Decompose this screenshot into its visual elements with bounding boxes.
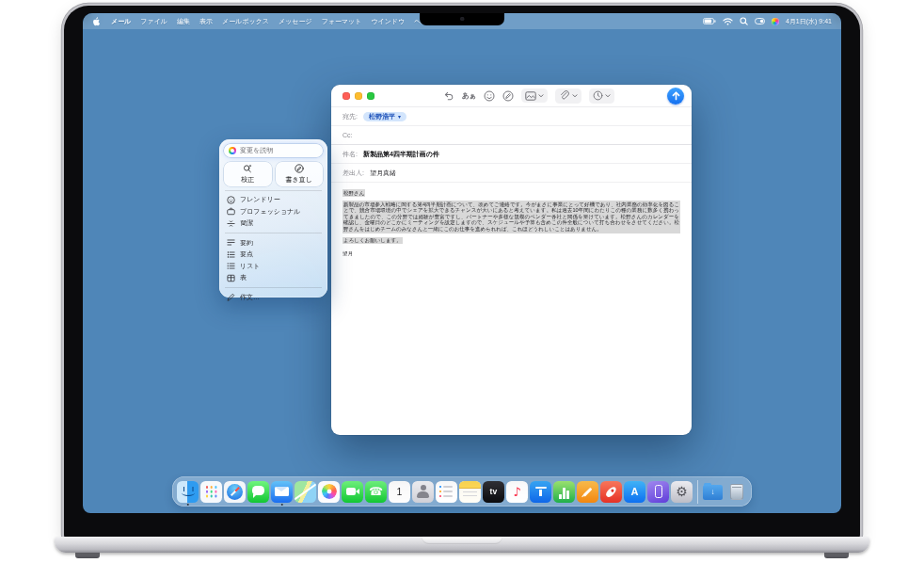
divider (225, 233, 322, 233)
rewrite-label: 書き直し (286, 175, 312, 185)
camera-icon (460, 17, 464, 21)
dock-safari[interactable] (224, 481, 246, 503)
table-label: 表 (240, 273, 247, 282)
cc-label: Cc: (343, 132, 353, 138)
format-button[interactable]: あぁ (462, 91, 476, 101)
tone-professional-label: プロフェッショナル (240, 207, 300, 217)
dock-app-store[interactable] (624, 481, 645, 503)
menu-format[interactable]: フォーマット (322, 17, 362, 26)
dock-iphone-mirroring[interactable] (647, 481, 669, 503)
summary-item[interactable]: 要約 (224, 237, 323, 249)
table-item[interactable]: 表 (224, 272, 323, 284)
schedule-send-button[interactable] (589, 88, 615, 104)
from-field[interactable]: 差出人: 望月真緒 (331, 164, 692, 183)
dock-numbers[interactable] (553, 481, 575, 503)
dock-launchpad[interactable] (200, 481, 222, 503)
display-notch (420, 13, 504, 25)
dock-separator (697, 480, 698, 504)
to-label: 宛先: (343, 112, 358, 121)
tone-concise-item[interactable]: 簡潔 (224, 217, 323, 230)
divider (225, 287, 322, 288)
siri-icon[interactable] (772, 18, 779, 25)
body-greeting: 松野さん (343, 189, 365, 197)
describe-change-placeholder: 変更を説明 (240, 146, 273, 155)
menu-edit[interactable]: 編集 (177, 17, 190, 26)
key-points-label: 要点 (240, 249, 253, 259)
dock-apple-tv[interactable] (483, 481, 504, 503)
dock-phone[interactable] (365, 481, 387, 503)
dock-pages[interactable] (577, 481, 598, 503)
key-points-item[interactable]: 要点 (224, 249, 323, 261)
divider (225, 190, 322, 191)
minimize-button[interactable] (355, 92, 362, 100)
tone-professional-item[interactable]: プロフェッショナル (224, 206, 323, 218)
dock-mail[interactable] (271, 481, 293, 503)
dock-finder[interactable] (177, 481, 199, 503)
from-label: 差出人: (343, 169, 364, 178)
menu-bar-clock[interactable]: 4月1日(水) 9:41 (786, 17, 832, 26)
tone-concise-label: 簡潔 (240, 218, 253, 228)
control-center-icon[interactable] (755, 18, 765, 24)
body-signature: 望月 (343, 250, 680, 257)
menu-file[interactable]: ファイル (140, 17, 167, 26)
dock-facetime[interactable] (342, 481, 363, 503)
calendar-day: 1 (397, 487, 403, 497)
attachment-button[interactable] (555, 88, 581, 104)
compose-toolbar: あぁ (444, 88, 614, 104)
subject-field[interactable]: 件名: 新製品第4四半期計画の件 (331, 145, 692, 164)
send-button[interactable] (667, 88, 684, 105)
spotlight-search-icon[interactable] (740, 17, 748, 25)
body-closing: よろしくお願いします。 (343, 237, 403, 245)
undo-button[interactable] (444, 91, 454, 101)
wifi-icon[interactable] (723, 18, 733, 25)
to-field[interactable]: 宛先: 松野浩平 ▾ (331, 107, 692, 126)
chevron-down-icon: ▾ (398, 114, 401, 120)
close-button[interactable] (343, 92, 350, 100)
compose-item[interactable]: 作文… (224, 292, 323, 304)
dock-system-settings[interactable] (671, 481, 693, 503)
menu-mail[interactable]: メール (111, 17, 131, 26)
writing-tools-button[interactable] (502, 90, 514, 102)
lid-lift-notch (422, 537, 502, 544)
dock-contacts[interactable] (412, 481, 434, 503)
message-body-editor[interactable]: 松野さん 新製品の市場参入戦略に関する第4四半期計画について、改めてご連絡です。… (331, 183, 692, 264)
menu-bar-menus: メール ファイル 編集 表示 メールボックス メッセージ フォーマット ウインド… (92, 17, 435, 26)
describe-change-field[interactable]: 変更を説明 (224, 144, 323, 157)
zoom-button[interactable] (367, 92, 374, 100)
menu-message[interactable]: メッセージ (279, 17, 312, 26)
battery-icon[interactable] (703, 18, 716, 24)
macos-desktop: メール ファイル 編集 表示 メールボックス メッセージ フォーマット ウインド… (83, 13, 841, 513)
dock-music[interactable] (506, 481, 528, 503)
dock-maps[interactable] (295, 481, 316, 503)
recipient-token[interactable]: 松野浩平 ▾ (363, 112, 406, 121)
dock-rocket-app[interactable] (600, 481, 622, 503)
dock-notes[interactable] (459, 481, 481, 503)
proofread-button[interactable]: 校正 (224, 162, 272, 186)
from-value: 望月真緒 (370, 169, 396, 178)
summary-label: 要約 (240, 238, 253, 248)
menu-window[interactable]: ウインドウ (371, 17, 405, 26)
dock-trash[interactable] (725, 481, 747, 503)
compose-label: 作文… (240, 293, 260, 302)
window-titlebar[interactable]: あぁ (331, 85, 692, 107)
rewrite-button[interactable]: 書き直し (276, 162, 324, 186)
recipient-name: 松野浩平 (369, 113, 395, 120)
menu-mailbox[interactable]: メールボックス (222, 17, 269, 26)
dock-downloads-folder[interactable] (702, 481, 724, 503)
mail-compose-window: あぁ (331, 85, 692, 435)
apple-menu-icon[interactable] (92, 17, 100, 26)
photo-browser-button[interactable] (521, 88, 549, 103)
tone-friendly-item[interactable]: フレンドリー (224, 194, 323, 206)
dock-photos[interactable] (318, 481, 340, 503)
menu-bar-status: 4月1日(水) 9:41 (703, 17, 832, 26)
list-item[interactable]: リスト (224, 261, 323, 273)
menu-view[interactable]: 表示 (199, 17, 213, 26)
dock-messages[interactable] (247, 481, 269, 503)
emoji-button[interactable] (484, 90, 495, 102)
list-label: リスト (240, 262, 261, 271)
dock-reminders[interactable] (436, 481, 457, 503)
dock-calendar[interactable]: 1 (389, 481, 410, 503)
writing-tools-popup: 変更を説明 校正 書き直し (219, 139, 327, 298)
dock-keynote[interactable] (530, 481, 551, 503)
cc-field[interactable]: Cc: (331, 126, 692, 145)
